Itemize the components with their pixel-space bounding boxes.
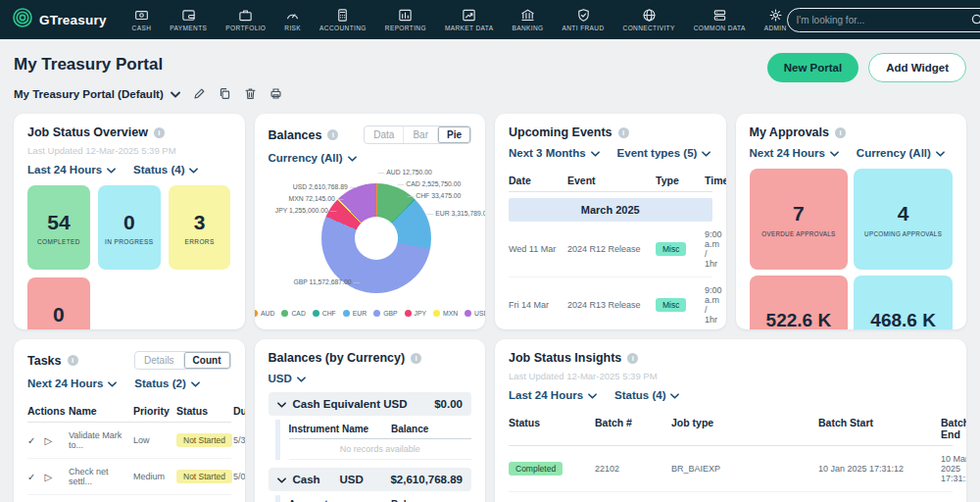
- view-count[interactable]: Count: [183, 352, 230, 369]
- bbc-group-cash-equivalent[interactable]: Cash EquivalentUSD$0.00: [269, 392, 472, 416]
- insight-row[interactable]: Completed22101BR_BAIEXP10 Jan 2025 17:27…: [509, 492, 953, 502]
- filter-event-types-5-[interactable]: Event types (5): [617, 147, 711, 159]
- complete-task-icon[interactable]: ✓: [27, 472, 35, 482]
- filter-last-24-hours[interactable]: Last 24 Hours: [27, 164, 116, 176]
- tile-in-progress[interactable]: 0IN PROGRESS: [98, 185, 161, 270]
- filter-status-4-[interactable]: Status (4): [133, 164, 198, 176]
- search-input[interactable]: [797, 15, 964, 25]
- complete-task-icon[interactable]: ✓: [27, 435, 35, 446]
- legend-usd[interactable]: USD: [465, 310, 485, 317]
- widget-balances: Balances i DataBarPie Currency (All) AUD…: [255, 114, 486, 329]
- tile-errors[interactable]: 3ERRORS: [169, 185, 231, 270]
- nav-item-banking[interactable]: BANKING: [512, 8, 543, 31]
- tile-total-equivalent-usd-[interactable]: 522.6 KTOTAL EQUIVALENT (USD): [750, 276, 849, 329]
- insight-row[interactable]: Completed22102BR_BAIEXP10 Jan 2025 17:31…: [509, 446, 953, 492]
- chevron-down-icon: [277, 398, 286, 410]
- bbc-group-total: $0.00: [434, 398, 463, 410]
- nav-item-admin[interactable]: ADMIN: [764, 8, 787, 31]
- balances-filters: Currency (All): [269, 152, 472, 164]
- start-task-icon[interactable]: ▷: [44, 435, 52, 446]
- widget-upcoming-events: Upcoming Events i Next 3 MonthsEvent typ…: [495, 114, 726, 329]
- edit-icon[interactable]: [193, 87, 206, 100]
- info-icon[interactable]: i: [618, 127, 629, 138]
- chevron-down-icon: [297, 373, 306, 384]
- nav-item-label: RISK: [284, 25, 301, 31]
- pie-label-usd: USD 2,610,768.89: [278, 183, 357, 190]
- task-actions: ✓▷: [27, 472, 69, 482]
- legend-jpy[interactable]: JPY: [405, 310, 426, 317]
- info-icon[interactable]: i: [411, 353, 421, 364]
- portal-selector[interactable]: My Treasury Portal (Default): [14, 88, 180, 100]
- legend-eur[interactable]: EUR: [343, 310, 367, 317]
- nav-item-payments[interactable]: PAYMENTS: [170, 8, 207, 31]
- filter-last-24-hours[interactable]: Last 24 Hours: [509, 389, 597, 401]
- info-icon[interactable]: i: [327, 129, 338, 140]
- event-row[interactable]: Fri 14 Mar2024 R13 ReleaseMisc9:00 a.m /…: [509, 277, 712, 329]
- portfolio-icon: [238, 8, 253, 23]
- view-data[interactable]: Data: [365, 126, 403, 143]
- filter-currency-all-[interactable]: Currency (All): [269, 152, 357, 164]
- tasks-view-toggle: DetailsCount: [134, 351, 230, 370]
- event-row[interactable]: Wed 11 Mar2024 R12 ReleaseMisc9:00 a.m /…: [509, 222, 712, 277]
- event-time: 9:00 a.m / 1hr: [705, 285, 722, 325]
- search-icon[interactable]: [970, 13, 980, 27]
- filter-next-24-hours[interactable]: Next 24 Hours: [27, 377, 117, 389]
- view-bar[interactable]: Bar: [403, 126, 437, 143]
- nav-item-anti-fraud[interactable]: ANTI FRAUD: [563, 8, 605, 31]
- new-portal-button[interactable]: New Portal: [767, 53, 858, 82]
- tile-failed[interactable]: 0FAILED: [27, 277, 90, 329]
- events-table-header: DateEventTypeTime: [509, 169, 712, 192]
- tile-value: 522.6 K: [766, 310, 832, 330]
- legend-cad[interactable]: CAD: [281, 310, 305, 317]
- add-widget-button[interactable]: Add Widget: [868, 53, 966, 82]
- legend-chf[interactable]: CHF: [313, 310, 336, 317]
- brand-name: GTreasury: [39, 13, 107, 27]
- nav-item-portfolio[interactable]: PORTFOLIO: [225, 8, 266, 31]
- nav-item-label: PAYMENTS: [170, 25, 207, 31]
- legend-aud[interactable]: AUD: [255, 310, 275, 317]
- task-priority: Low: [133, 435, 176, 445]
- filter-status-2-[interactable]: Status (2): [134, 377, 199, 389]
- brand-logo[interactable]: GTreasury: [12, 7, 107, 32]
- nav-item-risk[interactable]: RISK: [284, 8, 301, 31]
- info-icon[interactable]: i: [627, 353, 638, 364]
- filter-currency-all-[interactable]: Currency (All): [857, 147, 945, 159]
- filter-usd[interactable]: USD: [269, 373, 306, 384]
- nav-item-market-data[interactable]: MARKET DATA: [445, 8, 494, 31]
- filter-status-4-[interactable]: Status (4): [614, 389, 679, 401]
- nav-item-reporting[interactable]: REPORTING: [385, 8, 426, 31]
- info-icon[interactable]: i: [68, 355, 78, 366]
- insight-batch-end: 10 Mar 2025 17:31:14: [941, 454, 966, 483]
- chevron-down-icon: [591, 147, 600, 159]
- nav-item-connectivity[interactable]: CONNECTIVITY: [623, 8, 675, 31]
- legend-gbp[interactable]: GBP: [373, 310, 397, 317]
- tile-total-equivalent-usd-[interactable]: 468.6 KTOTAL EQUIVALENT (USD): [854, 276, 953, 329]
- start-task-icon[interactable]: ▷: [44, 472, 52, 482]
- info-icon[interactable]: i: [154, 127, 165, 138]
- insight-batch: 22102: [595, 464, 671, 474]
- task-row[interactable]: ✓▷Validate Mark to...LowNot Started5/31/…: [27, 423, 231, 459]
- filter-next-3-months[interactable]: Next 3 Months: [509, 147, 600, 159]
- tile-upcoming-approvals[interactable]: 4UPCOMING APPROVALS: [854, 169, 953, 270]
- global-search[interactable]: [787, 8, 980, 32]
- cash-icon: [134, 8, 149, 23]
- tile-overdue-approvals[interactable]: 7OVERDUE APPROVALS: [750, 169, 849, 270]
- bbc-group-cash[interactable]: CashUSD$2,610,768.89: [269, 468, 472, 491]
- nav-item-common-data[interactable]: COMMON DATA: [694, 8, 746, 31]
- task-row[interactable]: ✓▷Check net settl...MediumNot Started5/0…: [27, 459, 231, 495]
- banking-icon: [520, 8, 535, 23]
- insights-table-header: StatusBatch #Job typeBatch StartBatch En…: [509, 411, 953, 446]
- filter-next-24-hours[interactable]: Next 24 Hours: [750, 147, 839, 159]
- copy-icon[interactable]: [219, 87, 231, 100]
- nav-item-cash[interactable]: CASH: [132, 8, 152, 31]
- nav-item-accounting[interactable]: ACCOUNTING: [319, 8, 367, 31]
- print-icon[interactable]: [270, 87, 282, 100]
- view-details[interactable]: Details: [135, 352, 183, 369]
- tile-completed[interactable]: 54COMPLETED: [27, 185, 90, 270]
- pie-label-cad: CAD 2,525,750.00: [398, 180, 462, 187]
- legend-mxn[interactable]: MXN: [433, 310, 458, 317]
- info-icon[interactable]: i: [835, 127, 846, 138]
- anti-fraud-icon: [576, 8, 591, 23]
- view-pie[interactable]: Pie: [437, 126, 470, 143]
- trash-icon[interactable]: [244, 87, 257, 100]
